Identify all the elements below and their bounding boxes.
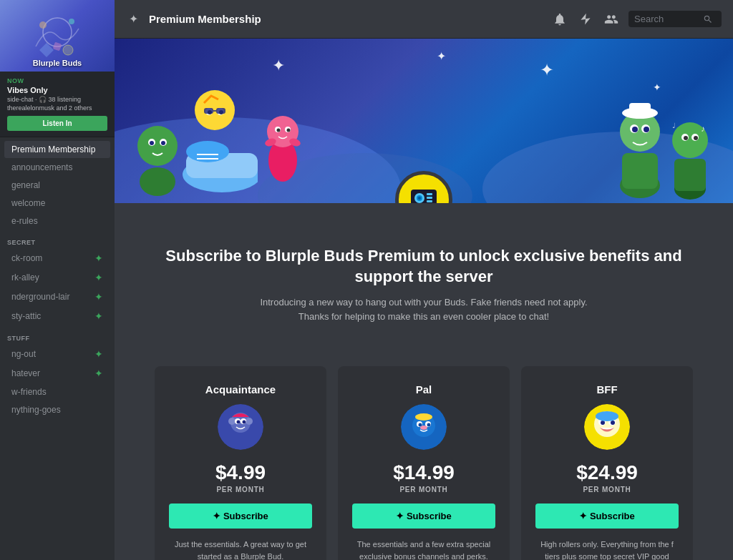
svg-rect-3: [53, 42, 62, 51]
svg-point-2: [69, 19, 74, 24]
now-playing-section: NOW Vibes Only side-chat · 🎧 38 listenin…: [0, 72, 115, 137]
premium-icon: ✦: [126, 12, 140, 26]
nav-category-stuff: STUFF: [0, 326, 115, 344]
page-title: Premium Membership: [149, 13, 543, 25]
svg-point-37: [632, 127, 638, 132]
svg-point-47: [694, 136, 698, 140]
tier-card-pal: Pal: [338, 366, 510, 560]
svg-text:♪: ♪: [701, 124, 705, 134]
now-playing-title: Vibes Only: [7, 86, 107, 94]
svg-rect-21: [204, 108, 213, 114]
sidebar-item-underground-lair[interactable]: nderground-lair✦: [4, 288, 110, 306]
svg-rect-42: [674, 159, 706, 191]
tier-desc-bff: High rollers only. Everything from the f…: [535, 539, 679, 560]
asterisk-icon: ✦: [94, 368, 103, 379]
listener-count: 🎧 38 listening: [39, 96, 81, 103]
members-button[interactable]: [603, 11, 620, 28]
content-area: ✦ ✦ ✦ ✦: [115, 39, 733, 560]
svg-point-10: [161, 141, 165, 145]
sidebar-item-new-friends[interactable]: w-friends: [4, 383, 110, 401]
server-name: Blurple Buds: [0, 59, 115, 67]
listen-in-button[interactable]: Listen In: [7, 116, 107, 131]
boost-button[interactable]: [577, 11, 594, 28]
svg-point-1: [39, 21, 47, 29]
subscribe-button-bff[interactable]: ✦ Subscribe: [535, 503, 679, 529]
svg-point-54: [418, 197, 421, 200]
sidebar: Blurple Buds NOW Vibes Only side-chat · …: [0, 0, 115, 560]
topbar-actions: [551, 11, 722, 28]
svg-rect-40: [629, 103, 651, 114]
svg-rect-57: [427, 200, 432, 202]
sidebar-item-e-rules[interactable]: e-rules: [4, 212, 110, 230]
tier-card-bff: BFF: [521, 366, 693, 560]
svg-point-76: [415, 413, 432, 421]
nav-item-premium-membership[interactable]: Premium Membership: [4, 141, 110, 158]
tier-period-pal: PER MONTH: [399, 486, 447, 493]
hero-banner: ✦ ✦ ✦ ✦: [115, 39, 733, 203]
svg-point-81: [601, 421, 605, 425]
svg-point-74: [427, 423, 431, 427]
svg-point-75: [420, 426, 427, 430]
tier-cards-container: Acquaintance: [115, 366, 733, 560]
svg-point-46: [684, 136, 688, 140]
asterisk-icon: ✦: [94, 348, 103, 360]
svg-point-4: [63, 45, 73, 55]
search-input[interactable]: [634, 14, 699, 24]
sidebar-item-welcome[interactable]: welcome: [4, 195, 110, 212]
tier-name-pal: Pal: [416, 383, 432, 396]
channel-icon: side-chat: [7, 96, 34, 103]
tier-avatar-pal: [401, 404, 447, 450]
sidebar-item-anything-goes[interactable]: nything-goes: [4, 401, 110, 418]
search-bar[interactable]: [628, 11, 722, 27]
svg-point-68: [243, 421, 246, 424]
tier-period-acquaintance: PER MONTH: [216, 486, 264, 493]
now-playing-participants: therealelonmusk and 2 others: [7, 104, 107, 112]
tier-period-bff: PER MONTH: [583, 486, 631, 493]
sidebar-item-general[interactable]: general: [4, 177, 110, 194]
svg-point-67: [237, 421, 241, 424]
server-logo[interactable]: Blurple Buds: [0, 0, 115, 72]
asterisk-icon: ✦: [94, 272, 103, 283]
sidebar-item-dusty-attic[interactable]: sty-attic✦: [4, 307, 110, 325]
topbar: ✦ Premium Membership: [115, 0, 733, 39]
character-pink: [258, 96, 308, 189]
tier-price-acquaintance: $4.99: [215, 461, 266, 484]
subscribe-button-pal[interactable]: ✦ Subscribe: [352, 503, 495, 529]
character-frog-2: ♪ ♩: [661, 96, 719, 203]
svg-point-38: [644, 127, 649, 132]
premium-subtitle: Introducing a new way to hang out with y…: [245, 295, 603, 323]
svg-rect-22: [216, 108, 225, 114]
tier-desc-acquaintance: Just the essentials. A great way to get …: [169, 539, 312, 560]
asterisk-icon: ✦: [94, 291, 103, 303]
main-content: ✦ Premium Membership: [115, 0, 733, 560]
tier-name-acquaintance: Acquaintance: [205, 383, 276, 396]
svg-rect-56: [427, 197, 432, 199]
sidebar-item-rk-alley[interactable]: rk-alley✦: [4, 268, 110, 287]
svg-point-82: [611, 421, 615, 425]
character-sneaker-yellow: [172, 60, 258, 203]
sidebar-item-hang-out[interactable]: ng-out✦: [4, 345, 110, 363]
sidebar-item-announcements[interactable]: announcements: [4, 159, 110, 176]
svg-point-28: [277, 129, 281, 132]
subscribe-button-acquaintance[interactable]: ✦ Subscribe: [169, 503, 312, 529]
svg-point-9: [150, 141, 154, 145]
svg-rect-33: [622, 153, 658, 189]
notifications-button[interactable]: [551, 11, 568, 28]
nav-category-secret: SECRET: [0, 230, 115, 248]
tier-price-pal: $14.99: [393, 461, 455, 484]
tier-name-bff: BFF: [596, 383, 617, 396]
svg-text:♩: ♩: [672, 122, 676, 129]
svg-point-16: [195, 90, 235, 130]
svg-point-64: [246, 418, 253, 425]
premium-title: Subscribe to Blurple Buds Premium to unl…: [143, 246, 704, 287]
sidebar-item-ck-room[interactable]: ck-room✦: [4, 249, 110, 267]
asterisk-icon: ✦: [94, 310, 103, 322]
svg-point-83: [596, 411, 618, 421]
now-playing-channel: side-chat · 🎧 38 listening: [7, 96, 107, 103]
nav-section: Premium Membership announcements general…: [0, 137, 115, 560]
svg-point-63: [228, 418, 236, 425]
tier-avatar-bff: [584, 404, 630, 450]
svg-point-5: [140, 167, 175, 196]
sidebar-item-whatever[interactable]: hatever✦: [4, 364, 110, 383]
tier-card-acquaintance: Acquaintance: [155, 366, 326, 560]
